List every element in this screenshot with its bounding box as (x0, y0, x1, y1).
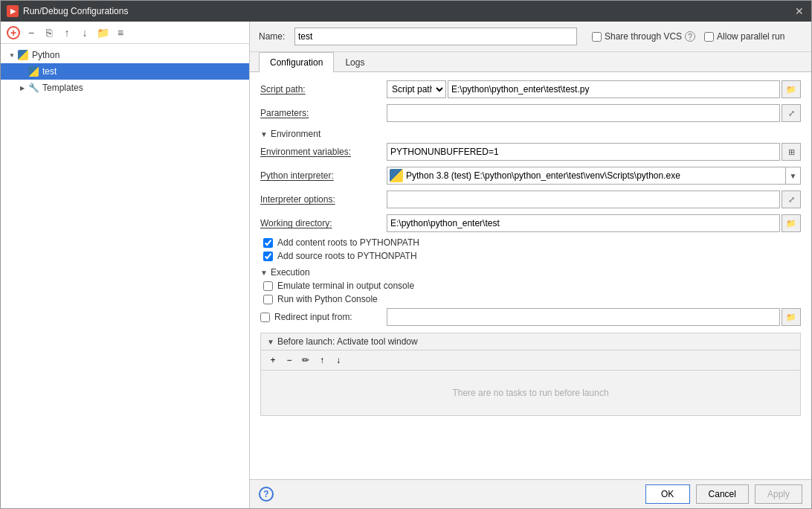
interpreter-options-row: Interpreter options: ⤢ (260, 190, 801, 209)
before-launch-add-button[interactable]: + (265, 353, 280, 368)
vcs-options: Share through VCS ? Allow parallel run (592, 31, 784, 42)
tabs-bar: Configuration Logs (250, 52, 811, 72)
parameters-input[interactable] (387, 104, 780, 122)
dialog-footer: ? OK Cancel Apply (250, 479, 811, 508)
before-launch-arrow[interactable]: ▼ (267, 338, 274, 346)
execution-section-header: ▼ Execution (260, 267, 801, 278)
add-source-roots-checkbox[interactable] (263, 252, 273, 261)
parameters-row: Parameters: ⤢ (260, 103, 801, 123)
left-toolbar: + − ⎘ ↑ ↓ 📁 ≡ (1, 22, 249, 44)
script-path-row: Script path: Script path 📁 (260, 80, 801, 99)
app-icon: ▶ (7, 5, 19, 17)
environment-title: Environment (271, 129, 320, 139)
copy-config-button[interactable]: ⎘ (41, 25, 57, 41)
remove-config-button[interactable]: − (23, 25, 39, 41)
add-source-roots-row: Add source roots to PYTHONPATH (263, 251, 801, 261)
title-bar: ▶ Run/Debug Configurations ✕ (1, 1, 811, 22)
name-row: Name: Share through VCS ? Allow parallel… (250, 22, 811, 52)
close-button[interactable]: ✕ (793, 5, 805, 17)
title-bar-left: ▶ Run/Debug Configurations (7, 5, 128, 17)
templates-label: Templates (42, 83, 83, 93)
script-path-input-group: Script path 📁 (387, 80, 801, 98)
templates-toggle[interactable]: ▶ (17, 83, 28, 93)
sort-button[interactable]: ≡ (112, 25, 129, 41)
add-config-button[interactable]: + (5, 25, 22, 41)
help-button[interactable]: ? (259, 487, 274, 502)
redirect-input-row: Redirect input from: 📁 (260, 307, 801, 327)
name-input[interactable] (294, 28, 577, 45)
emulate-terminal-row: Emulate terminal in output console (263, 281, 801, 291)
parameters-expand-button[interactable]: ⤢ (782, 104, 801, 122)
working-directory-label: Working directory: (260, 218, 387, 228)
left-panel: + − ⎘ ↑ ↓ 📁 ≡ ▼ Python (1, 22, 250, 508)
before-launch-header: ▼ Before launch: Activate tool window (261, 333, 800, 350)
add-content-roots-label: Add content roots to PYTHONPATH (277, 237, 419, 248)
before-launch-edit-button[interactable]: ✏ (298, 353, 313, 368)
templates-icon: 🔧 (28, 82, 39, 94)
working-directory-input-group: 📁 (387, 214, 801, 232)
tree-test-item[interactable]: test (1, 63, 249, 80)
allow-parallel-label: Allow parallel run (717, 31, 784, 42)
env-variables-browse-button[interactable]: ⊞ (782, 143, 801, 161)
env-variables-input[interactable] (387, 143, 780, 161)
working-directory-row: Working directory: 📁 (260, 214, 801, 233)
footer-right: OK Cancel Apply (645, 484, 802, 504)
env-variables-input-group: ⊞ (387, 143, 801, 161)
config-area: Script path: Script path 📁 Parameters: (250, 72, 811, 479)
interpreter-selector[interactable]: Python 3.8 (test) E:\python\python_enter… (387, 167, 801, 185)
environment-arrow[interactable]: ▼ (260, 130, 268, 138)
move-down-button[interactable]: ↓ (77, 25, 93, 41)
interpreter-options-input-group: ⤢ (387, 191, 801, 208)
share-vcs-group: Share through VCS ? (592, 31, 695, 42)
interpreter-icon (390, 169, 403, 182)
before-launch-toolbar: + − ✏ ↑ ↓ (261, 350, 800, 371)
before-launch-move-up-button[interactable]: ↑ (315, 353, 329, 368)
before-launch-remove-button[interactable]: − (282, 353, 297, 368)
no-tasks-label: There are no tasks to run before launch (452, 388, 608, 398)
before-launch-content: There are no tasks to run before launch (261, 371, 800, 415)
redirect-input-checkbox[interactable] (260, 313, 270, 322)
python-toggle[interactable]: ▼ (7, 50, 17, 60)
content-area: + − ⎘ ↑ ↓ 📁 ≡ ▼ Python (1, 22, 811, 508)
test-item-label: test (42, 66, 57, 77)
before-launch-move-down-button[interactable]: ↓ (331, 353, 346, 368)
script-path-input[interactable] (448, 80, 780, 98)
allow-parallel-checkbox[interactable] (704, 32, 714, 42)
share-vcs-help-icon[interactable]: ? (685, 31, 695, 42)
tab-logs[interactable]: Logs (334, 52, 376, 72)
working-directory-browse-button[interactable]: 📁 (782, 214, 801, 232)
working-directory-input[interactable] (387, 214, 780, 232)
dialog-title: Run/Debug Configurations (23, 6, 128, 16)
tab-configuration[interactable]: Configuration (259, 52, 334, 72)
execution-arrow[interactable]: ▼ (260, 269, 268, 277)
right-panel: Name: Share through VCS ? Allow parallel… (250, 22, 811, 508)
environment-section-header: ▼ Environment (260, 129, 801, 139)
interpreter-options-input[interactable] (387, 191, 780, 208)
interpreter-options-expand-button[interactable]: ⤢ (782, 191, 801, 208)
apply-button[interactable]: Apply (755, 484, 802, 504)
script-path-browse-button[interactable]: 📁 (782, 80, 801, 98)
name-field-label: Name: (259, 31, 289, 42)
footer-left: ? (259, 487, 274, 502)
interpreter-dropdown-arrow[interactable]: ▼ (785, 167, 800, 184)
tree-area: ▼ Python test ▶ 🔧 (1, 44, 249, 508)
emulate-terminal-checkbox[interactable] (263, 281, 273, 291)
redirect-input-input[interactable] (387, 308, 780, 326)
cancel-button[interactable]: Cancel (696, 484, 749, 504)
test-icon (28, 65, 39, 77)
allow-parallel-group: Allow parallel run (704, 31, 784, 42)
execution-title: Execution (271, 267, 310, 278)
add-content-roots-checkbox[interactable] (263, 238, 273, 248)
run-python-console-checkbox[interactable] (263, 295, 273, 304)
interpreter-options-label: Interpreter options: (260, 194, 387, 205)
run-python-console-row: Run with Python Console (263, 294, 801, 304)
share-vcs-checkbox[interactable] (592, 32, 602, 42)
redirect-input-browse-button[interactable]: 📁 (782, 308, 801, 326)
tree-templates-item[interactable]: ▶ 🔧 Templates (1, 80, 249, 96)
ok-button[interactable]: OK (645, 484, 690, 504)
tree-python-group[interactable]: ▼ Python (1, 47, 249, 63)
move-up-button[interactable]: ↑ (59, 25, 75, 41)
parameters-input-group: ⤢ (387, 104, 801, 122)
script-type-dropdown[interactable]: Script path (387, 80, 446, 98)
folder-button[interactable]: 📁 (94, 25, 111, 41)
